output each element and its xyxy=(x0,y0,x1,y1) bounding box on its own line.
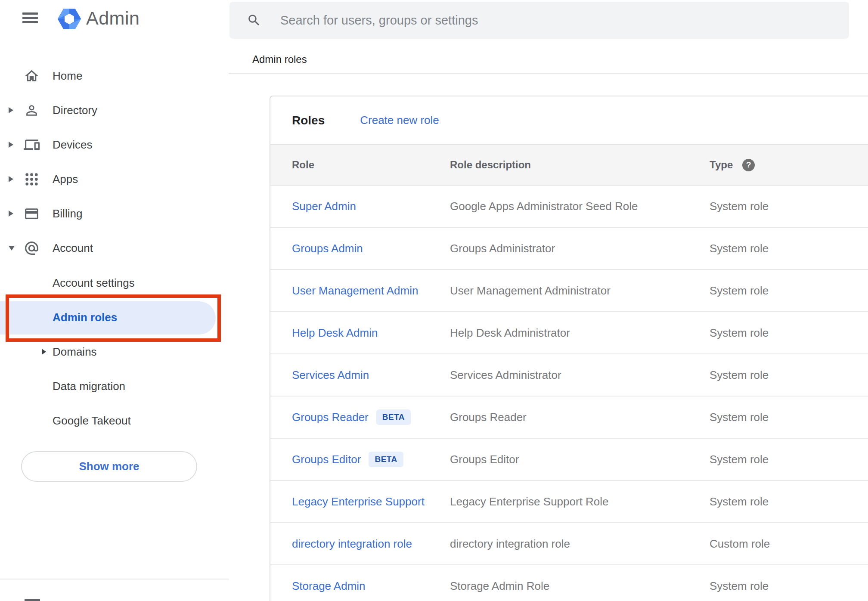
role-link[interactable]: Storage Admin xyxy=(292,579,366,593)
header-divider xyxy=(229,73,868,74)
role-link[interactable]: Groups Editor xyxy=(292,453,361,466)
role-description: Storage Admin Role xyxy=(450,579,710,593)
create-new-role-link[interactable]: Create new role xyxy=(360,114,439,127)
sidebar-item-data-migration[interactable]: Data migration xyxy=(0,369,229,403)
roles-card: Roles Create new role Role Role descript… xyxy=(270,96,868,601)
role-link[interactable]: directory integration role xyxy=(292,537,412,551)
clipped-icon xyxy=(25,599,40,601)
account-subnav: Account settings Admin roles Domains Dat… xyxy=(0,266,229,438)
sidebar-item-label: Billing xyxy=(53,207,82,220)
sidebar-item-label: Apps xyxy=(53,173,78,186)
at-sign-icon xyxy=(24,240,53,256)
table-row: Super Admin Google Apps Administrator Se… xyxy=(270,186,868,228)
sidebar-item-label: Account settings xyxy=(53,276,135,290)
search-input[interactable] xyxy=(279,13,798,28)
roles-card-header: Roles Create new role xyxy=(270,96,868,144)
table-row: Groups Editor BETA Groups Editor System … xyxy=(270,439,868,481)
card-title: Roles xyxy=(292,114,325,127)
sidebar-item-label: Directory xyxy=(53,104,97,117)
admin-logo-icon xyxy=(57,5,82,33)
devices-icon xyxy=(24,137,53,153)
menu-icon[interactable] xyxy=(22,12,38,24)
role-type: System role xyxy=(710,242,868,255)
expand-down-icon[interactable] xyxy=(9,246,15,251)
role-description: Groups Editor xyxy=(450,453,710,466)
sidebar-item-domains[interactable]: Domains xyxy=(0,335,229,369)
sidebar-item-directory[interactable]: Directory xyxy=(0,93,229,127)
table-row: Services Admin Services Administrator Sy… xyxy=(270,354,868,397)
table-row: User Management Admin User Management Ad… xyxy=(270,270,868,312)
person-icon xyxy=(24,102,53,118)
search-icon xyxy=(247,13,261,28)
sidebar-item-apps[interactable]: Apps xyxy=(0,162,229,196)
table-row: Help Desk Admin Help Desk Administrator … xyxy=(270,312,868,354)
sidebar-item-label: Home xyxy=(53,69,82,83)
role-type: System role xyxy=(710,369,868,382)
home-icon xyxy=(24,68,53,84)
table-row: directory integration role directory int… xyxy=(270,523,868,565)
role-link[interactable]: Help Desk Admin xyxy=(292,326,378,340)
sidebar-item-label: Devices xyxy=(53,138,92,152)
role-type: System role xyxy=(710,200,868,213)
sidebar-item-google-takeout[interactable]: Google Takeout xyxy=(0,403,229,438)
role-type: System role xyxy=(710,453,868,466)
sidebar-item-label: Account xyxy=(53,242,93,255)
role-type: System role xyxy=(710,411,868,424)
role-description: User Management Administrator xyxy=(450,284,710,297)
expand-right-icon[interactable] xyxy=(42,349,46,355)
admin-logo-text: Admin xyxy=(86,8,140,29)
table-row: Groups Admin Groups Administrator System… xyxy=(270,228,868,270)
column-header-description: Role description xyxy=(450,159,710,171)
sidebar-nav: Home Directory Devices Apps xyxy=(0,59,229,265)
role-link[interactable]: Groups Reader xyxy=(292,411,369,424)
role-description: Help Desk Administrator xyxy=(450,326,710,340)
role-link[interactable]: User Management Admin xyxy=(292,284,418,297)
expand-right-icon[interactable] xyxy=(9,107,13,113)
table-row: Groups Reader BETA Groups Reader System … xyxy=(270,397,868,439)
sidebar-item-account-settings[interactable]: Account settings xyxy=(0,266,229,300)
expand-right-icon[interactable] xyxy=(9,211,13,217)
role-link[interactable]: Legacy Enterprise Support xyxy=(292,495,425,508)
sidebar-header: Admin xyxy=(0,0,229,39)
role-type: System role xyxy=(710,284,868,297)
show-more-button[interactable]: Show more xyxy=(21,451,197,482)
sidebar-item-devices[interactable]: Devices xyxy=(0,127,229,162)
sidebar-item-label: Domains xyxy=(53,345,97,359)
sidebar-item-account[interactable]: Account xyxy=(0,231,229,265)
role-link[interactable]: Super Admin xyxy=(292,200,356,213)
role-description: Legacy Enterprise Support Role xyxy=(450,495,710,508)
role-description: Google Apps Administrator Seed Role xyxy=(450,200,710,213)
column-header-role: Role xyxy=(292,159,450,171)
search-bar[interactable] xyxy=(229,2,849,39)
role-type: System role xyxy=(710,495,868,508)
table-row: Legacy Enterprise Support Legacy Enterpr… xyxy=(270,481,868,523)
sidebar-item-label: Data migration xyxy=(53,380,125,393)
role-type: System role xyxy=(710,326,868,340)
beta-badge: BETA xyxy=(376,409,411,425)
role-type: Custom role xyxy=(710,537,868,551)
role-link[interactable]: Services Admin xyxy=(292,369,369,382)
breadcrumb: Admin roles xyxy=(252,53,307,65)
sidebar-item-label: Admin roles xyxy=(53,311,117,324)
role-description: Groups Administrator xyxy=(450,242,710,255)
column-header-type: Type ? xyxy=(710,159,868,171)
table-header-row: Role Role description Type ? xyxy=(270,144,868,186)
show-more-label: Show more xyxy=(79,460,139,473)
beta-badge: BETA xyxy=(369,452,403,467)
credit-card-icon xyxy=(24,206,53,222)
role-type: System role xyxy=(710,579,868,593)
role-description: directory integration role xyxy=(450,537,710,551)
sidebar-bottom-divider xyxy=(0,579,229,579)
table-row: Storage Admin Storage Admin Role System … xyxy=(270,565,868,601)
sidebar-item-admin-roles[interactable]: Admin roles xyxy=(0,300,229,335)
sidebar: Admin Home Directory Devices xyxy=(0,0,229,601)
sidebar-item-billing[interactable]: Billing xyxy=(0,196,229,231)
expand-right-icon[interactable] xyxy=(9,176,13,182)
help-icon[interactable]: ? xyxy=(742,159,755,171)
role-link[interactable]: Groups Admin xyxy=(292,242,363,255)
apps-grid-icon xyxy=(24,171,53,187)
role-description: Services Administrator xyxy=(450,369,710,382)
role-description: Groups Reader xyxy=(450,411,710,424)
sidebar-item-home[interactable]: Home xyxy=(0,59,229,93)
expand-right-icon[interactable] xyxy=(9,142,13,148)
